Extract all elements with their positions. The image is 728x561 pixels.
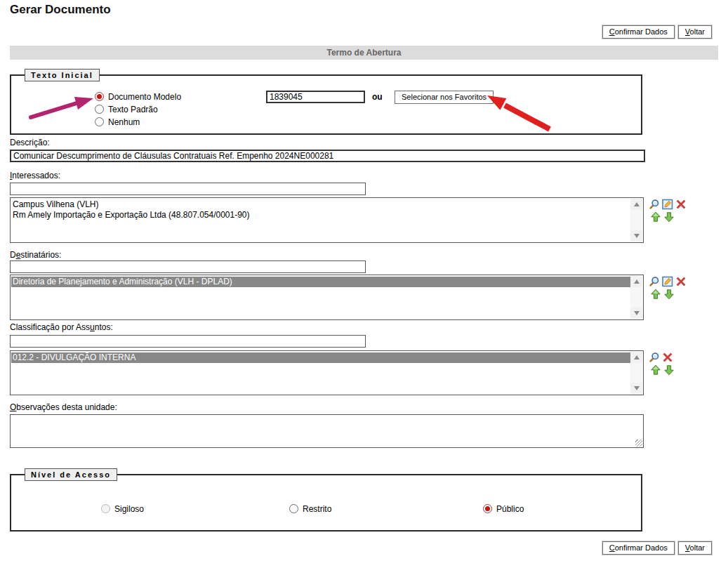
interessados-listbox[interactable]: Campus Vilhena (VLH) Rm Amely Importação…	[10, 197, 644, 243]
gerar-documento-page: Gerar Documento Confirmar Dados Voltar T…	[0, 0, 728, 561]
list-item[interactable]: Campus Vilhena (VLH)	[11, 199, 630, 210]
search-icon[interactable]	[649, 352, 660, 363]
observacoes-textarea[interactable]	[11, 415, 643, 447]
scroll-down-button[interactable]	[630, 383, 642, 394]
classificacao-actions	[649, 352, 698, 377]
radio-circle-documento-modelo[interactable]	[95, 92, 104, 101]
interessados-actions	[649, 199, 698, 224]
descricao-label: Descrição:	[10, 138, 50, 147]
classificacao-scrollbar[interactable]	[630, 352, 642, 394]
triangle-up-icon	[634, 355, 640, 359]
radio-documento-modelo[interactable]: Documento Modelo	[95, 91, 181, 103]
destinatarios-label: Destinatários:	[10, 250, 61, 260]
voltar-button[interactable]: Voltar	[678, 25, 712, 39]
remove-icon[interactable]	[675, 199, 687, 210]
texto-inicial-legend: Texto Inicial	[25, 69, 100, 81]
interessados-scrollbar[interactable]	[630, 199, 642, 242]
scroll-up-button[interactable]	[630, 352, 642, 363]
move-up-icon[interactable]	[650, 211, 661, 223]
radio-circle-sigiloso[interactable]	[101, 504, 110, 513]
toolbar-top: Confirmar Dados Voltar	[602, 25, 712, 39]
triangle-down-icon	[634, 234, 640, 238]
scroll-up-button[interactable]	[630, 199, 642, 210]
confirmar-dados-button[interactable]: Confirmar Dados	[602, 25, 675, 39]
list-item-selected[interactable]: 012.2 - DIVULGAÇÃO INTERNA	[11, 352, 642, 363]
descricao-input[interactable]	[10, 150, 645, 162]
voltar-button[interactable]: Voltar	[678, 541, 712, 555]
scroll-down-button[interactable]	[630, 308, 642, 319]
edit-icon[interactable]	[662, 199, 673, 210]
destinatarios-items: Diretoria de Planejamento e Administraçã…	[11, 277, 642, 287]
classificacao-listbox[interactable]: 012.2 - DIVULGAÇÃO INTERNA	[10, 350, 644, 395]
radio-restrito[interactable]: Restrito	[289, 503, 331, 515]
selecionar-favoritos-button[interactable]: Selecionar nos Favoritos	[395, 91, 494, 104]
triangle-up-icon	[634, 202, 640, 206]
page-title: Gerar Documento	[10, 3, 111, 17]
classificacao-input[interactable]	[10, 335, 366, 348]
list-item[interactable]: Rm Amely Importação e Exportação Ltda (4…	[11, 210, 630, 220]
move-down-icon[interactable]	[663, 211, 675, 223]
destinatarios-scrollbar[interactable]	[630, 276, 642, 319]
radio-texto-padrao[interactable]: Texto Padrão	[95, 103, 181, 115]
radio-circle-restrito[interactable]	[289, 504, 298, 513]
radio-circle-nenhum[interactable]	[95, 117, 104, 126]
classificacao-label: Classificação por Assuntos:	[10, 322, 113, 332]
search-icon[interactable]	[649, 199, 660, 210]
section-header-bar: Termo de Abertura	[10, 46, 718, 60]
radio-sigiloso[interactable]: Sigiloso	[101, 503, 144, 515]
move-down-icon[interactable]	[663, 364, 675, 376]
observacoes-label: Observações desta unidade:	[10, 402, 117, 412]
radio-nenhum[interactable]: Nenhum	[95, 116, 181, 128]
remove-icon[interactable]	[662, 352, 673, 363]
move-up-icon[interactable]	[650, 289, 661, 300]
edit-icon[interactable]	[662, 276, 673, 287]
scroll-down-button[interactable]	[630, 230, 642, 242]
nivel-acesso-fieldset: Nível de Acesso Sigiloso Restrito Públic…	[10, 474, 642, 532]
triangle-up-icon	[634, 279, 640, 284]
destinatarios-listbox[interactable]: Diretoria de Planejamento e Administraçã…	[10, 275, 644, 320]
destinatarios-actions	[649, 276, 698, 301]
remove-icon[interactable]	[675, 276, 687, 287]
radio-circle-publico[interactable]	[483, 504, 492, 513]
classificacao-items: 012.2 - DIVULGAÇÃO INTERNA	[11, 352, 642, 363]
triangle-down-icon	[634, 386, 640, 390]
observacoes-textarea-wrap	[10, 414, 644, 448]
radio-publico[interactable]: Público	[483, 503, 524, 515]
destinatarios-input[interactable]	[10, 260, 366, 273]
documento-modelo-id-input[interactable]	[266, 91, 365, 103]
texto-inicial-fieldset: Texto Inicial Documento Modelo Texto Pad…	[10, 74, 642, 135]
search-icon[interactable]	[649, 276, 660, 287]
interessados-items: Campus Vilhena (VLH) Rm Amely Importação…	[11, 199, 630, 220]
scroll-up-button[interactable]	[630, 276, 642, 287]
interessados-input[interactable]	[10, 183, 366, 195]
move-down-icon[interactable]	[663, 289, 675, 300]
triangle-down-icon	[634, 311, 640, 315]
interessados-label: Interessados:	[10, 171, 60, 180]
ou-label: ou	[372, 92, 383, 102]
list-item-selected[interactable]: Diretoria de Planejamento e Administraçã…	[11, 277, 642, 287]
confirmar-dados-button[interactable]: Confirmar Dados	[602, 541, 675, 555]
nivel-acesso-legend: Nível de Acesso	[25, 468, 117, 481]
toolbar-bottom: Confirmar Dados Voltar	[602, 541, 712, 555]
radio-circle-texto-padrao[interactable]	[95, 105, 104, 114]
move-up-icon[interactable]	[650, 364, 661, 376]
resize-grip[interactable]	[635, 440, 642, 447]
